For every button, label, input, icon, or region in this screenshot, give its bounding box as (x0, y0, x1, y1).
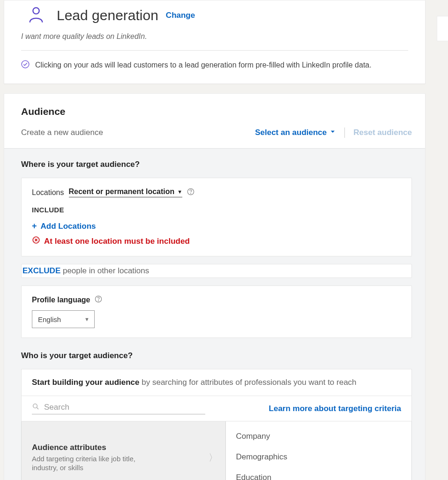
objective-title: Lead generation (57, 8, 158, 23)
svg-point-1 (22, 60, 29, 68)
learn-more-link[interactable]: Learn more about targeting criteria (269, 404, 401, 413)
side-panel-peek: F (437, 16, 448, 41)
help-icon[interactable] (187, 188, 194, 197)
svg-point-7 (33, 404, 37, 408)
location-mode-value: Recent or permanent location (69, 188, 175, 196)
attribute-search[interactable] (32, 403, 205, 414)
attributes-title: Audience attributes (32, 443, 158, 452)
language-select[interactable]: English ▼ (32, 310, 95, 328)
svg-point-0 (33, 8, 39, 14)
objective-info-text: Clicking on your ads will lead customers… (35, 61, 372, 69)
objective-info-row: Clicking on your ads will lead customers… (4, 51, 425, 83)
objective-subtitle: I want more quality leads on LinkedIn. (4, 32, 425, 50)
create-audience-label: Create a new audience (21, 128, 103, 137)
add-locations-button[interactable]: + Add Locations (32, 221, 96, 231)
location-error: At least one location must be included (32, 236, 401, 247)
attribute-item-education[interactable]: Education (226, 467, 412, 480)
locations-label: Locations (32, 188, 64, 197)
help-icon[interactable] (95, 295, 102, 305)
plus-icon: + (32, 221, 37, 231)
search-icon (32, 403, 39, 412)
profile-language-label: Profile language (32, 296, 90, 304)
reset-audience-button: Reset audience (353, 128, 412, 137)
select-audience-dropdown[interactable]: Select an audience (255, 128, 336, 137)
svg-point-3 (191, 193, 191, 194)
attributes-subtitle: Add targeting criteria like job title, i… (32, 454, 158, 472)
build-bold: Start building your audience (32, 378, 140, 387)
attribute-item-company[interactable]: Company (226, 426, 412, 447)
exclude-keyword: EXCLUDE (22, 266, 60, 275)
divider (344, 128, 345, 138)
location-mode-select[interactable]: Recent or permanent location ▼ (69, 188, 183, 197)
search-row: Learn more about targeting criteria (21, 396, 412, 421)
who-section-title: Who is your target audience? (21, 351, 412, 360)
include-label: INCLUDE (32, 206, 401, 214)
caret-down-icon (329, 128, 336, 137)
attributes-list: Company Demographics Education (226, 421, 412, 480)
search-input[interactable] (44, 403, 205, 412)
attribute-item-demographics[interactable]: Demographics (226, 447, 412, 467)
location-error-text: At least one location must be included (44, 237, 190, 246)
chevron-right-icon: 〉 (209, 451, 218, 464)
svg-line-8 (37, 407, 38, 409)
language-value: English (38, 315, 61, 323)
select-audience-label: Select an audience (255, 128, 327, 137)
build-rest: by searching for attributes of professio… (140, 378, 357, 387)
attributes-row: Audience attributes Add targeting criter… (21, 421, 412, 480)
locations-panel: Locations Recent or permanent location ▼… (21, 178, 412, 256)
audience-attributes-tab[interactable]: Audience attributes Add targeting criter… (22, 421, 226, 480)
where-section-title: Where is your target audience? (21, 160, 412, 169)
person-icon (27, 5, 45, 26)
svg-point-6 (98, 300, 99, 301)
exclude-locations-button[interactable]: EXCLUDE people in other locations (21, 264, 412, 278)
exclude-rest: people in other locations (60, 266, 149, 275)
build-audience-header: Start building your audience by searchin… (21, 369, 412, 396)
objective-card: Lead generation Change I want more quali… (4, 0, 426, 84)
audience-card: Audience Create a new audience Select an… (4, 93, 426, 480)
change-link[interactable]: Change (166, 11, 195, 20)
audience-title: Audience (21, 106, 412, 117)
triangle-down-icon: ▼ (84, 316, 90, 322)
add-locations-label: Add Locations (41, 222, 96, 231)
x-circle-icon (32, 236, 40, 247)
triangle-down-icon: ▼ (177, 189, 182, 195)
profile-language-panel: Profile language English ▼ (21, 285, 412, 338)
check-circle-icon (21, 60, 30, 70)
